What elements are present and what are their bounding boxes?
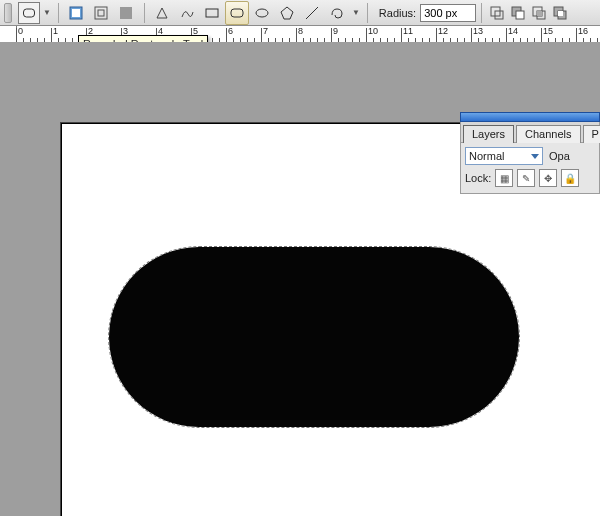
polygon-icon[interactable] bbox=[275, 1, 299, 25]
rounded-rectangle-shape[interactable] bbox=[109, 247, 519, 427]
ruler-tick-major bbox=[541, 28, 542, 42]
chevron-down-icon bbox=[531, 154, 539, 159]
svg-rect-7 bbox=[231, 9, 243, 17]
svg-rect-5 bbox=[120, 7, 132, 19]
freeform-pen-icon[interactable] bbox=[175, 1, 199, 25]
ruler-tick-major bbox=[506, 28, 507, 42]
tab-channels[interactable]: Channels bbox=[516, 125, 580, 143]
ruler-tick-label: 16 bbox=[578, 26, 588, 36]
ruler-tick-major bbox=[296, 28, 297, 42]
lock-transparent-pixels-icon[interactable]: ▦ bbox=[495, 169, 513, 187]
current-tool-swatch[interactable] bbox=[18, 2, 40, 24]
ruler-tick-label: 10 bbox=[368, 26, 378, 36]
ruler-tick-label: 7 bbox=[263, 26, 268, 36]
ellipse-icon[interactable] bbox=[250, 1, 274, 25]
ruler-tick-label: 13 bbox=[473, 26, 483, 36]
svg-rect-17 bbox=[537, 11, 542, 16]
intersect-shape-icon[interactable] bbox=[529, 3, 549, 23]
svg-rect-6 bbox=[206, 9, 218, 17]
ruler-tick-major bbox=[436, 28, 437, 42]
ruler-tick-major bbox=[366, 28, 367, 42]
rounded-rectangle-icon[interactable] bbox=[225, 1, 249, 25]
ruler-tick-major bbox=[261, 28, 262, 42]
rectangle-icon[interactable] bbox=[200, 1, 224, 25]
ruler-tick-major bbox=[576, 28, 577, 42]
lock-label: Lock: bbox=[465, 172, 491, 184]
ruler-tick-label: 9 bbox=[333, 26, 338, 36]
shape-layers-mode-icon[interactable] bbox=[64, 1, 88, 25]
ruler-origin-box[interactable] bbox=[0, 26, 17, 42]
ruler-tick-label: 0 bbox=[18, 26, 23, 36]
custom-shape-icon[interactable] bbox=[325, 1, 349, 25]
panel-body: Normal Opa Lock: ▦ ✎ ✥ 🔒 bbox=[460, 143, 600, 194]
fill-pixels-mode-icon[interactable] bbox=[114, 1, 138, 25]
svg-marker-9 bbox=[281, 7, 293, 19]
dropdown-arrow-icon[interactable]: ▼ bbox=[43, 8, 51, 17]
pen-icon[interactable] bbox=[150, 1, 174, 25]
add-to-shape-icon[interactable] bbox=[487, 3, 507, 23]
blend-mode-value: Normal bbox=[469, 150, 504, 162]
lock-position-icon[interactable]: ✥ bbox=[539, 169, 557, 187]
svg-line-10 bbox=[306, 7, 318, 19]
panel-tabs: Layers Channels P bbox=[460, 122, 600, 143]
radius-label: Radius: bbox=[379, 7, 416, 19]
blend-mode-select[interactable]: Normal bbox=[465, 147, 543, 165]
ruler-tick-label: 1 bbox=[53, 26, 58, 36]
ruler-tick-major bbox=[226, 28, 227, 42]
subtract-from-shape-icon[interactable] bbox=[508, 3, 528, 23]
tab-paths[interactable]: P bbox=[583, 125, 600, 143]
ruler-tick-label: 12 bbox=[438, 26, 448, 36]
svg-rect-4 bbox=[98, 10, 104, 16]
tab-layers[interactable]: Layers bbox=[463, 125, 514, 143]
ruler-tick-label: 6 bbox=[228, 26, 233, 36]
svg-rect-12 bbox=[495, 11, 503, 19]
svg-rect-20 bbox=[558, 11, 563, 16]
lock-all-icon[interactable]: 🔒 bbox=[561, 169, 579, 187]
ruler-tick-major bbox=[471, 28, 472, 42]
svg-rect-14 bbox=[516, 11, 524, 19]
ruler-tick-major bbox=[16, 28, 17, 42]
ruler-tick-label: 15 bbox=[543, 26, 553, 36]
layers-panel[interactable]: Layers Channels P Normal Opa Lock: ▦ ✎ ✥… bbox=[460, 112, 600, 194]
options-bar: ▼ ▼ Radius: bbox=[0, 0, 600, 26]
paths-mode-icon[interactable] bbox=[89, 1, 113, 25]
panel-titlebar[interactable] bbox=[460, 112, 600, 122]
ruler-tick-major bbox=[401, 28, 402, 42]
svg-rect-0 bbox=[24, 9, 35, 17]
ruler-tick-label: 14 bbox=[508, 26, 518, 36]
line-icon[interactable] bbox=[300, 1, 324, 25]
lock-image-pixels-icon[interactable]: ✎ bbox=[517, 169, 535, 187]
radius-input[interactable] bbox=[420, 4, 476, 22]
svg-rect-2 bbox=[72, 9, 80, 17]
opacity-label: Opa bbox=[549, 150, 570, 162]
ruler-tick-label: 8 bbox=[298, 26, 303, 36]
ruler-tick-major bbox=[51, 28, 52, 42]
ruler-tick-major bbox=[331, 28, 332, 42]
svg-point-8 bbox=[256, 9, 268, 17]
toolbar-grip[interactable] bbox=[4, 3, 12, 23]
ruler-tick-label: 11 bbox=[403, 26, 413, 36]
exclude-shape-icon[interactable] bbox=[550, 3, 570, 23]
svg-rect-3 bbox=[95, 7, 107, 19]
shape-options-arrow-icon[interactable]: ▼ bbox=[352, 8, 360, 17]
